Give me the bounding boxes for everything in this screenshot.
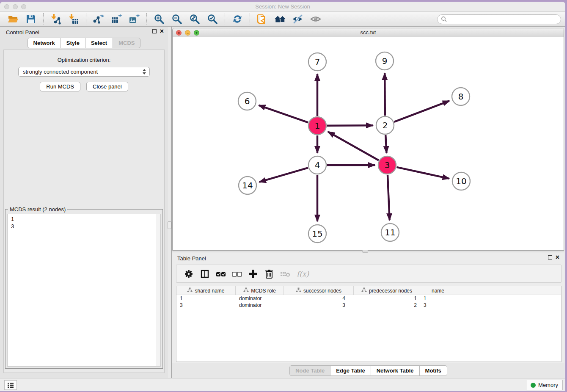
hide-selected-icon[interactable] — [292, 13, 304, 25]
column-header-shared-name[interactable]: shared name — [176, 286, 236, 295]
graph-edge-4-14[interactable] — [259, 168, 308, 182]
table-tab-node-table[interactable]: Node Table — [289, 365, 330, 376]
zoom-selected-icon[interactable] — [206, 13, 218, 25]
close-panel-button[interactable]: Close panel — [86, 82, 128, 91]
table-cell[interactable]: 3 — [176, 302, 236, 308]
control-tab-select[interactable]: Select — [85, 38, 113, 48]
mcds-result-fieldset: MCDS result (2 nodes) 13 — [5, 209, 163, 369]
save-session-icon[interactable] — [25, 13, 37, 25]
zoom-fit-icon[interactable] — [189, 13, 201, 25]
table-float-panel-icon[interactable] — [548, 255, 552, 259]
result-line: 1 — [11, 215, 157, 223]
column-header-MCDS-role[interactable]: MCDS role — [236, 286, 284, 295]
deselect-all-icon[interactable] — [231, 268, 243, 280]
result-scrollbar[interactable] — [156, 214, 160, 366]
mcds-result-box[interactable]: 13 — [7, 214, 161, 367]
table-panel-title: Table Panel — [177, 255, 206, 262]
table-tab-motifs[interactable]: Motifs — [419, 365, 447, 376]
open-session-icon[interactable] — [7, 13, 19, 25]
export-network-icon[interactable] — [93, 13, 105, 25]
table-row[interactable]: 1dominator411 — [176, 295, 561, 302]
horizontal-splitter-handle[interactable] — [362, 250, 368, 253]
table-cell[interactable]: 3 — [284, 302, 354, 308]
column-label: predecessor nodes — [369, 288, 412, 294]
table-tab-network-table[interactable]: Network Table — [371, 365, 420, 376]
apply-layout-icon[interactable] — [231, 13, 243, 25]
graph-node-label-15: 15 — [312, 229, 322, 239]
export-table-icon[interactable] — [110, 13, 122, 25]
float-panel-icon[interactable] — [152, 29, 157, 33]
graph-edge-3-11[interactable] — [388, 175, 390, 220]
table-cell[interactable]: dominator — [236, 302, 284, 308]
app-window: Session: New Session — [0, 2, 565, 391]
column-label: name — [432, 288, 444, 294]
graph-edge-3-10[interactable] — [396, 167, 449, 179]
search-icon — [441, 16, 447, 22]
task-history-button[interactable] — [4, 380, 17, 390]
memory-status-icon — [531, 383, 536, 388]
control-tab-network[interactable]: Network — [28, 38, 61, 48]
network-graph[interactable]: 7968124314101511 — [173, 37, 564, 250]
column-header-predecessor-nodes[interactable]: predecessor nodes — [354, 286, 420, 295]
table-close-panel-icon[interactable]: × — [556, 255, 559, 260]
zoom-in-icon[interactable] — [153, 13, 165, 25]
control-tab-style[interactable]: Style — [61, 38, 85, 48]
table-cell[interactable]: 2 — [354, 302, 420, 308]
export-image-icon[interactable] — [128, 13, 140, 25]
close-window-button[interactable] — [4, 4, 9, 9]
memory-button[interactable]: Memory — [526, 380, 563, 390]
show-all-icon[interactable] — [310, 13, 322, 25]
main-area: Control Panel × NetworkStyleSelectMCDS O… — [0, 27, 565, 378]
graph-node-label-7: 7 — [315, 57, 320, 67]
function-builder-icon[interactable]: f(x) — [297, 270, 309, 278]
delete-column-icon[interactable] — [263, 268, 275, 280]
control-tab-mcds[interactable]: MCDS — [113, 38, 140, 48]
graph-edge-3-1[interactable] — [328, 132, 379, 160]
toolbar-separator — [250, 13, 250, 25]
vertical-splitter-handle[interactable] — [168, 221, 171, 229]
network-close-button[interactable]: × — [176, 30, 182, 36]
clone-network-icon[interactable] — [256, 13, 268, 25]
table-cell[interactable]: 1 — [354, 295, 420, 301]
graph-edge-1-6[interactable] — [259, 105, 308, 123]
table-tab-edge-table[interactable]: Edge Table — [330, 365, 371, 376]
select-all-icon[interactable] — [215, 268, 227, 280]
graph-edge-1-2[interactable] — [327, 125, 373, 126]
import-table-icon[interactable] — [68, 13, 80, 25]
add-column-icon[interactable] — [247, 268, 259, 280]
column-header-successor-nodes[interactable]: successor nodes — [284, 286, 354, 295]
control-panel: Control Panel × NetworkStyleSelectMCDS O… — [0, 27, 168, 378]
column-header-name[interactable]: name — [420, 286, 456, 295]
run-mcds-button[interactable]: Run MCDS — [40, 82, 80, 91]
delete-table-icon[interactable] — [279, 268, 292, 280]
table-row[interactable]: 3dominator323 — [176, 302, 561, 309]
network-minimize-button[interactable]: – — [185, 30, 190, 36]
split-view-icon[interactable] — [198, 268, 211, 280]
toolbar-separator — [86, 13, 86, 25]
maximize-window-button[interactable] — [21, 4, 26, 9]
toolbar-separator — [43, 13, 44, 25]
home-icon[interactable] — [274, 13, 286, 25]
search-field[interactable] — [437, 14, 561, 24]
criterion-dropdown[interactable]: strongly connected component — [18, 67, 150, 77]
table-cell[interactable]: 1 — [176, 295, 236, 301]
list-icon — [7, 382, 14, 388]
table-cell[interactable]: 4 — [284, 295, 354, 301]
import-network-icon[interactable] — [50, 13, 62, 25]
graph-edge-2-3[interactable] — [385, 135, 386, 153]
close-panel-icon[interactable]: × — [160, 29, 164, 34]
graph-edge-2-9[interactable] — [385, 73, 385, 116]
table-panel: Table Panel × — [172, 253, 564, 378]
graph-edge-2-8[interactable] — [394, 101, 449, 122]
search-input[interactable] — [447, 16, 557, 22]
network-canvas[interactable]: 7968124314101511 — [173, 37, 564, 250]
table-header: shared nameMCDS rolesuccessor nodesprede… — [176, 286, 561, 295]
network-zoom-button[interactable]: + — [194, 30, 199, 36]
zoom-out-icon[interactable] — [171, 13, 183, 25]
toolbar-separator — [225, 13, 225, 25]
minimize-window-button[interactable] — [13, 4, 18, 9]
table-cell[interactable]: 1 — [420, 295, 456, 301]
gear-icon[interactable] — [182, 268, 195, 280]
table-cell[interactable]: 3 — [420, 302, 456, 308]
table-cell[interactable]: dominator — [236, 295, 284, 301]
